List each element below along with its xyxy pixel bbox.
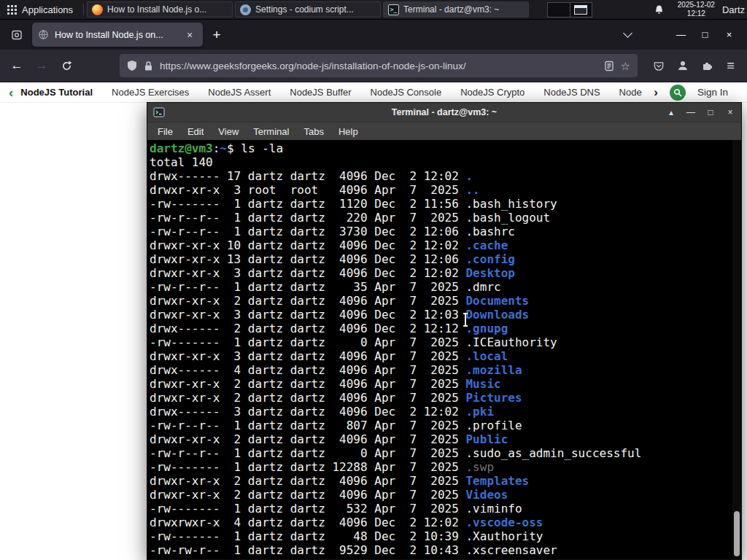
tab-favicon-globe-icon [38, 29, 49, 40]
lock-icon[interactable] [144, 61, 153, 71]
forward-button[interactable]: → [29, 54, 54, 77]
gfg-nav-item[interactable]: NodeJS Console [371, 87, 442, 98]
terminal-line: drwxr-xr-x 2 dartz dartz 4096 Apr 7 2025… [150, 391, 731, 405]
terminal-line: total 140 [150, 155, 731, 169]
terminal-content[interactable]: dartz@vm3:~$ ls -la total 140drwx------ … [147, 140, 741, 559]
terminal-line: drwxr-xr-x 2 dartz dartz 4096 Apr 7 2025… [150, 474, 731, 488]
back-button[interactable]: ← [4, 54, 29, 77]
terminal-line: -rw-r--r-- 1 dartz dartz 3730 Dec 2 12:0… [150, 225, 731, 238]
applications-menu-button[interactable]: Applications [0, 0, 80, 19]
terminal-line: drwxr-xr-x 13 dartz dartz 4096 Dec 2 12:… [150, 252, 731, 266]
clock[interactable]: 2025-12-02 12:12 [678, 1, 715, 19]
gfg-nav-item[interactable]: Node [619, 87, 642, 98]
window-close-button[interactable]: × [717, 24, 741, 46]
task-label: Settings - codium script... [255, 4, 354, 15]
terminal-line: -rw-r--r-- 1 dartz dartz 807 Apr 7 2025 … [150, 419, 731, 432]
terminal-window: Terminal - dartz@vm3: ~ ▴ — □ × FileEdit… [147, 102, 742, 560]
menu-file[interactable]: File [150, 126, 180, 137]
terminal-scrollbar[interactable] [732, 140, 741, 559]
gfg-nav-item[interactable]: NodeJS Exercises [112, 87, 189, 98]
account-icon[interactable] [670, 54, 694, 77]
gfg-nav-item[interactable]: NodeJS DNS [543, 87, 600, 98]
screen: Applications How to Install Node.js o...… [0, 0, 747, 560]
command-text: ls -la [241, 141, 283, 155]
applications-label: Applications [22, 4, 73, 15]
terminal-title: Terminal - dartz@vm3: ~ [147, 107, 741, 117]
reload-icon [61, 61, 72, 71]
firefox-view-button[interactable] [6, 24, 28, 46]
tab-title: How to Install Node.js on... [55, 30, 177, 40]
terminal-line: -rw-r--r-- 1 dartz dartz 220 Apr 7 2025 … [150, 211, 731, 225]
search-icon[interactable] [670, 85, 686, 101]
toolbar-icons: ≡ [646, 54, 743, 77]
mini-window-icon [574, 5, 587, 15]
workspace-1[interactable] [548, 3, 570, 17]
list-all-tabs-button[interactable] [616, 24, 638, 46]
sign-in-button[interactable]: Sign In [697, 87, 728, 98]
nav-back-chevron-icon[interactable]: ‹ [9, 85, 13, 99]
terminal-app-icon [153, 106, 165, 118]
task-button[interactable]: >_Terminal - dartz@vm3: ~ [383, 1, 529, 18]
gfg-nav-items: NodeJS TutorialNodeJS ExercisesNodeJS As… [20, 87, 648, 98]
gfg-nav-item[interactable]: NodeJS Tutorial [20, 87, 93, 98]
window-maximize-button[interactable]: □ [693, 24, 717, 46]
prompt-line: dartz@vm3:~$ ls -la [150, 141, 731, 155]
terminal-minimize-button[interactable]: — [686, 103, 696, 122]
new-tab-button[interactable]: + [206, 24, 228, 46]
prompt-path: ~ [220, 141, 227, 155]
menu-button[interactable]: ≡ [719, 54, 743, 77]
clock-date: 2025-12-02 [678, 1, 715, 10]
url-bar[interactable]: https://www.geeksforgeeks.org/node-js/in… [120, 54, 638, 77]
pocket-icon[interactable] [646, 54, 670, 77]
terminal-shade-button[interactable]: ▴ [666, 103, 676, 122]
workspace-switcher[interactable] [547, 2, 592, 18]
gfg-nav-item[interactable]: NodeJS Buffer [290, 87, 351, 98]
menu-help[interactable]: Help [331, 126, 365, 137]
panel-separator [83, 4, 84, 15]
nav-scroll-right-icon[interactable]: › [654, 86, 658, 98]
terminal-line: drwxr-xr-x 2 dartz dartz 4096 Apr 7 2025… [150, 488, 731, 502]
clock-time: 12:12 [678, 9, 715, 19]
menu-edit[interactable]: Edit [180, 126, 211, 137]
terminal-maximize-button[interactable]: □ [705, 103, 716, 122]
window-minimize-button[interactable]: — [669, 24, 693, 46]
terminal-line: -rw-rw-r-- 1 dartz dartz 9529 Dec 2 10:4… [150, 543, 731, 557]
taskbar: How to Install Node.js o...Settings - co… [87, 0, 529, 19]
bookmark-star-icon[interactable]: ☆ [621, 61, 630, 71]
reader-mode-icon[interactable] [604, 61, 614, 71]
gfg-navbar: ‹ NodeJS TutorialNodeJS ExercisesNodeJS … [0, 82, 747, 103]
gfg-nav-item[interactable]: NodeJS Crypto [460, 87, 525, 98]
terminal-line: -rw------- 1 dartz dartz 1120 Dec 2 11:5… [150, 197, 731, 211]
prompt-user-host: dartz@vm3 [150, 141, 213, 155]
settings-icon [240, 4, 251, 15]
mouse-text-cursor [465, 314, 466, 325]
terminal-line: drwxr-xr-x 3 dartz dartz 4096 Dec 2 12:0… [150, 308, 731, 322]
terminal-output: total 140drwx------ 17 dartz dartz 4096 … [150, 155, 731, 557]
terminal-titlebar[interactable]: Terminal - dartz@vm3: ~ ▴ — □ × [147, 103, 741, 122]
extensions-icon[interactable] [694, 54, 719, 77]
reload-button[interactable] [54, 54, 79, 77]
menu-view[interactable]: View [211, 126, 246, 137]
workspace-2[interactable] [570, 3, 592, 17]
terminal-line: -rw------- 1 dartz dartz 12288 Apr 7 202… [150, 460, 731, 474]
terminal-line: drwxr-xr-x 2 dartz dartz 4096 Apr 7 2025… [150, 377, 731, 391]
terminal-close-button[interactable]: × [725, 103, 735, 122]
top-panel: Applications How to Install Node.js o...… [0, 0, 747, 20]
tab-close-button[interactable]: × [182, 28, 197, 42]
scrollbar-thumb[interactable] [734, 511, 740, 556]
active-tab[interactable]: How to Install Node.js on... × [32, 23, 203, 47]
terminal-line: drwxr-xr-x 3 dartz dartz 4096 Apr 7 2025… [150, 349, 731, 363]
url-text[interactable]: https://www.geeksforgeeks.org/node-js/in… [160, 61, 597, 71]
task-button[interactable]: Settings - codium script... [235, 1, 381, 18]
task-label: Terminal - dartz@vm3: ~ [403, 4, 499, 15]
tracking-shield-icon[interactable] [127, 60, 137, 71]
notification-bell-icon[interactable] [654, 4, 665, 15]
gfg-nav-item[interactable]: NodeJS Assert [208, 87, 271, 98]
menu-terminal[interactable]: Terminal [246, 126, 296, 137]
terminal-line: drwx------ 17 dartz dartz 4096 Dec 2 12:… [150, 169, 731, 183]
terminal-line: -rw-r--r-- 1 dartz dartz 35 Apr 7 2025 .… [150, 280, 731, 294]
menu-tabs[interactable]: Tabs [296, 126, 330, 137]
prompt-separator: : [213, 141, 220, 155]
user-label: Dartz [722, 4, 747, 15]
task-button[interactable]: How to Install Node.js o... [87, 1, 233, 18]
